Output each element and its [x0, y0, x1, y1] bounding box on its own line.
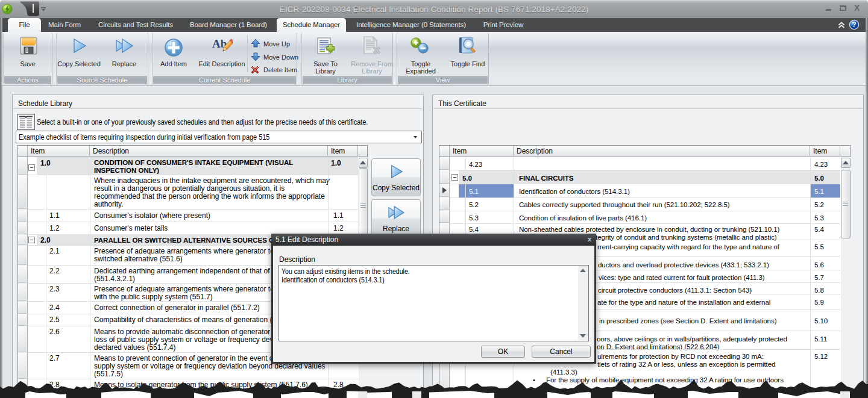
- svg-text:?: ?: [852, 20, 856, 29]
